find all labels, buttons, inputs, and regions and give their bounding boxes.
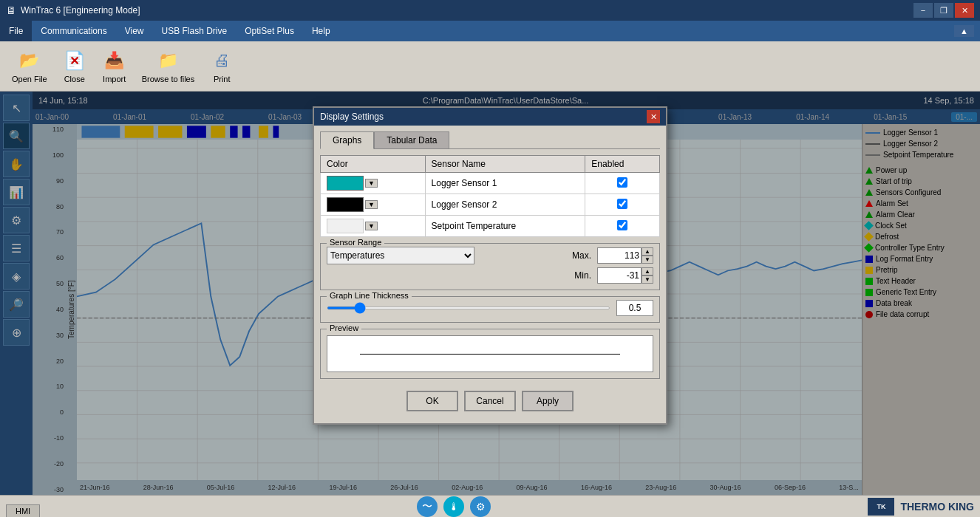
- menu-file[interactable]: File: [0, 21, 32, 41]
- close-button[interactable]: ✕: [955, 3, 974, 18]
- row2-name: Logger Sensor 2: [425, 194, 585, 216]
- modal-body: Graphs Tabular Data Color Sensor Name En…: [314, 126, 666, 423]
- enabled-checkbox-3[interactable]: [617, 220, 627, 230]
- row1-color-cell: ▼: [321, 173, 426, 194]
- title-bar: 🖥 WinTrac 6 [Engineering Mode] − ❐ ✕: [0, 0, 980, 21]
- open-file-icon: 📂: [18, 49, 41, 72]
- slider-row: [327, 300, 653, 316]
- menu-usb[interactable]: USB Flash Drive: [153, 21, 237, 41]
- swatch-container-2: ▼: [327, 197, 419, 212]
- modal-title: Display Settings: [320, 112, 384, 122]
- sensor-range-select[interactable]: Temperatures: [327, 247, 474, 264]
- table-row: ▼ Logger Sensor 1: [321, 173, 660, 194]
- menu-bar: File Communications View USB Flash Drive…: [0, 21, 980, 41]
- col-enabled: Enabled: [585, 156, 660, 173]
- max-spin-down[interactable]: ▼: [642, 256, 653, 264]
- modal-footer: OK Cancel Apply: [320, 385, 660, 417]
- table-row: ▼ Setpoint Temperature: [321, 216, 660, 237]
- table-row: ▼ Logger Sensor 2: [321, 194, 660, 216]
- color-swatch-2: [327, 197, 364, 212]
- max-spin-up[interactable]: ▲: [642, 247, 653, 256]
- modal-title-bar: Display Settings ✕: [314, 108, 666, 126]
- color-dropdown-1[interactable]: ▼: [365, 179, 378, 188]
- hmi-tab[interactable]: HMI: [6, 504, 40, 517]
- apply-button[interactable]: Apply: [522, 391, 574, 411]
- window-controls: − ❐ ✕: [913, 3, 974, 18]
- modal-close-button[interactable]: ✕: [647, 110, 660, 123]
- modal-overlay: Display Settings ✕ Graphs Tabular Data C…: [0, 92, 980, 495]
- sensor-range-row: Temperatures Max. ▲ ▼: [327, 247, 653, 264]
- preview-label: Preview: [327, 323, 361, 332]
- swatch-container-1: ▼: [327, 176, 419, 191]
- branding-text: THERMO KING: [900, 501, 974, 513]
- color-dropdown-2[interactable]: ▼: [365, 200, 378, 209]
- import-icon: 📥: [103, 49, 126, 72]
- app-title: WinTrac 6 [Engineering Mode]: [21, 5, 140, 16]
- restore-button[interactable]: ❐: [934, 3, 953, 18]
- col-name: Sensor Name: [425, 156, 585, 173]
- display-settings-modal: Display Settings ✕ Graphs Tabular Data C…: [313, 106, 667, 425]
- main-area: ↖ 🔍 ✋ 📊 ⚙ ☰ ◈ 🔎 ⊕ 14 Jun, 15:18 C:\Progr…: [0, 92, 980, 495]
- status-icons: 〜 🌡 ⚙: [417, 496, 491, 517]
- min-spinner: ▲ ▼: [642, 267, 653, 284]
- ok-button[interactable]: OK: [406, 391, 458, 411]
- status-bar: HMI 〜 🌡 ⚙ TK THERMO KING: [0, 495, 980, 517]
- sensor-range-section: Sensor Range Temperatures Max. ▲ ▼: [320, 243, 660, 290]
- row1-enabled: [585, 173, 660, 194]
- row3-enabled: [585, 216, 660, 237]
- line-thickness-section: Graph Line Thickness: [320, 296, 660, 323]
- min-spin-up[interactable]: ▲: [642, 267, 653, 275]
- enabled-checkbox-2[interactable]: [617, 199, 627, 209]
- preview-line: [360, 354, 620, 355]
- max-label: Max.: [572, 250, 591, 261]
- min-row: Min. ▲ ▼: [327, 267, 653, 284]
- row3-name: Setpoint Temperature: [425, 216, 585, 237]
- toolbar: 📂 Open File 📄 ✕ Close 📥 Import 📁 Browse …: [0, 41, 980, 92]
- color-swatch-3: [327, 219, 364, 233]
- line-thickness-label: Graph Line Thickness: [327, 291, 412, 300]
- enabled-checkbox-1[interactable]: [617, 177, 627, 188]
- menu-view[interactable]: View: [116, 21, 153, 41]
- status-icon-temp: 🌡: [443, 496, 464, 517]
- minimize-button[interactable]: −: [913, 3, 933, 18]
- print-icon: 🖨: [210, 49, 234, 72]
- cancel-button[interactable]: Cancel: [464, 391, 516, 411]
- menu-communications[interactable]: Communications: [32, 21, 115, 41]
- menu-optiset[interactable]: OptiSet Plus: [236, 21, 303, 41]
- browse-button[interactable]: 📁 Browse to files: [136, 46, 201, 86]
- row2-enabled: [585, 194, 660, 216]
- menu-help[interactable]: Help: [303, 21, 339, 41]
- modal-tabs: Graphs Tabular Data: [320, 131, 660, 149]
- tab-tabular[interactable]: Tabular Data: [374, 131, 449, 148]
- thickness-slider[interactable]: [327, 307, 610, 309]
- thickness-value[interactable]: [616, 300, 653, 316]
- min-input[interactable]: [597, 267, 642, 284]
- swatch-container-3: ▼: [327, 219, 419, 233]
- preview-section: Preview: [320, 329, 660, 379]
- branding: TK THERMO KING: [868, 498, 974, 516]
- preview-box: [327, 335, 653, 372]
- open-file-button[interactable]: 📂 Open File: [6, 46, 53, 86]
- max-input[interactable]: [597, 247, 642, 264]
- row2-color-cell: ▼: [321, 194, 426, 216]
- close-button-toolbar[interactable]: 📄 ✕ Close: [56, 46, 93, 86]
- tab-graphs[interactable]: Graphs: [320, 131, 374, 149]
- row3-color-cell: ▼: [321, 216, 426, 237]
- col-color: Color: [321, 156, 426, 173]
- app-icon: 🖥: [6, 4, 16, 16]
- print-button[interactable]: 🖨 Print: [203, 46, 240, 86]
- min-label: Min.: [574, 270, 591, 281]
- browse-icon: 📁: [156, 49, 180, 72]
- status-icon-gear: ⚙: [470, 496, 491, 517]
- branding-logo: TK: [868, 498, 894, 516]
- row1-name: Logger Sensor 1: [425, 173, 585, 194]
- close-icon: 📄 ✕: [63, 49, 86, 72]
- import-button[interactable]: 📥 Import: [96, 46, 133, 86]
- color-dropdown-3[interactable]: ▼: [365, 222, 378, 230]
- status-icon-wave: 〜: [417, 496, 438, 517]
- tab-bar: HMI: [6, 496, 40, 517]
- min-spin-down[interactable]: ▼: [642, 275, 653, 284]
- color-swatch-1: [327, 176, 364, 191]
- sensor-table: Color Sensor Name Enabled ▼: [320, 155, 660, 237]
- collapse-button[interactable]: ▲: [954, 25, 974, 37]
